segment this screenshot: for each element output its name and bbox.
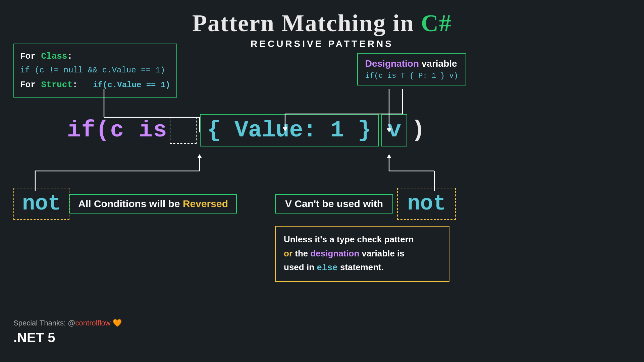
title-area: Pattern Matching in C# RECURSIVE PATTERN… xyxy=(0,0,644,49)
not-label-left: not xyxy=(22,192,61,216)
main-expression: if(c is { Value: 1 } v ) xyxy=(67,114,577,146)
unless-designation: designation xyxy=(310,248,359,258)
designation-label: Designation variable xyxy=(365,58,458,69)
v-cannot-line: V Can't be used with not xyxy=(275,188,631,220)
unless-or: or xyxy=(284,248,292,258)
conditions-text: All Conditions will be Reversed xyxy=(78,198,228,209)
heart-icon: 🧡 xyxy=(113,319,122,327)
var-name-box: v xyxy=(381,114,407,146)
not-box-left: not xyxy=(13,188,69,220)
page-title: Pattern Matching in C# xyxy=(0,9,644,37)
not-box-right: not xyxy=(397,188,456,220)
for-struct-line: For Struct: if(c.Value == 1) xyxy=(20,77,170,92)
top-right-designation-box: Designation variable if(c is T { P: 1 } … xyxy=(357,53,466,85)
close-paren: ) xyxy=(411,117,425,143)
bottom-left-area: not All Conditions will be Reversed xyxy=(13,188,237,220)
title-csharp: C# xyxy=(421,10,452,37)
title-text-before: Pattern Matching in xyxy=(192,10,421,37)
svg-marker-12 xyxy=(197,154,202,158)
for-class-line: For Class: xyxy=(20,49,170,64)
type-placeholder-box xyxy=(170,117,197,144)
var-name-text: v xyxy=(387,117,401,143)
expr-if-c-is: if(c is xyxy=(67,117,168,143)
footer-area: Special Thanks: @controlflow 🧡 .NET 5 xyxy=(13,319,122,345)
svg-marker-16 xyxy=(387,154,391,158)
v-cannot-text: V Can't be used with xyxy=(285,198,383,209)
not-label-right: not xyxy=(407,192,446,216)
property-pattern-text: { Value: 1 } xyxy=(207,117,372,143)
unless-else: else xyxy=(317,263,337,273)
conditions-box: All Conditions will be Reversed xyxy=(69,194,237,214)
special-thanks: Special Thanks: @controlflow 🧡 xyxy=(13,319,122,327)
controlflow-link: controlflow xyxy=(75,319,111,327)
bottom-right-area: V Can't be used with not Unless it's a t… xyxy=(275,188,631,282)
top-left-code-box: For Class: if (c != null && c.Value == 1… xyxy=(13,44,177,98)
unless-box: Unless it's a type check pattern or the … xyxy=(275,226,449,282)
designation-code: if(c is T { P: 1 } v) xyxy=(365,72,458,80)
net-version: .NET 5 xyxy=(13,330,122,345)
class-code-line: if (c != null && c.Value == 1) xyxy=(20,64,170,77)
property-pattern-box: { Value: 1 } xyxy=(200,114,379,146)
unless-text: Unless it's a type check pattern or the … xyxy=(284,233,441,275)
v-cannot-box: V Can't be used with xyxy=(275,194,393,214)
